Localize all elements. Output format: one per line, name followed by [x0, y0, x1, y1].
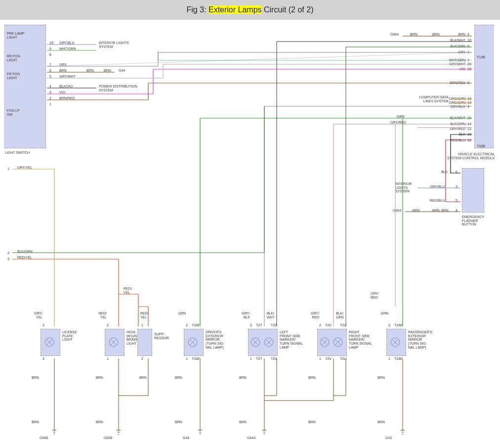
diagram-canvas: LIGHT SWITCH PRK LAMP LIGHT RR FOG LIGHT…	[0, 20, 500, 448]
title-bar: Fig 3: Exterior Lamps Circuit (2 of 2)	[0, 0, 500, 20]
title-pre: Fig 3:	[187, 5, 208, 14]
wiring-svg	[0, 20, 500, 448]
title-highlight: Exterior Lamps	[208, 5, 262, 14]
title-post: Circuit (2 of 2)	[262, 5, 314, 14]
